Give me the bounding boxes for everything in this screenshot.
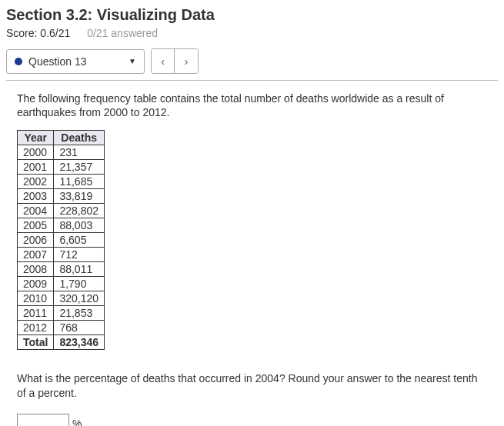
cell-deaths: 712 <box>54 248 105 262</box>
table-row: 201121,853 <box>18 306 105 321</box>
question-prompt: What is the percentage of deaths that oc… <box>17 371 487 399</box>
cell-deaths: 6,605 <box>54 233 105 248</box>
cell-deaths: 320,120 <box>54 291 105 306</box>
cell-year: 2000 <box>18 145 54 160</box>
status-dot-icon <box>15 58 22 65</box>
table-row: 200121,357 <box>18 160 105 175</box>
next-question-button[interactable]: › <box>175 49 198 73</box>
answered-label: 0/21 answered <box>87 27 158 39</box>
question-intro: The following frequency table contains t… <box>17 92 487 119</box>
nav-button-group: ‹ › <box>151 48 199 74</box>
caret-down-icon: ▼ <box>129 57 136 65</box>
table-row: 2007712 <box>18 248 105 262</box>
table-row: 2010320,120 <box>18 291 105 306</box>
cell-year: 2012 <box>18 321 54 335</box>
cell-deaths: 21,357 <box>54 160 105 175</box>
question-select[interactable]: Question 13 ▼ <box>6 49 145 74</box>
cell-deaths: 1,790 <box>54 277 105 291</box>
cell-deaths: 21,853 <box>54 306 105 321</box>
cell-deaths: 33,819 <box>54 189 105 204</box>
cell-deaths: 11,685 <box>54 175 105 189</box>
cell-year: 2006 <box>18 233 54 248</box>
question-nav: Question 13 ▼ ‹ › <box>6 48 498 74</box>
cell-deaths: 231 <box>54 145 105 160</box>
cell-year: 2009 <box>18 277 54 291</box>
score-row: Score: 0.6/21 0/21 answered <box>6 27 498 39</box>
table-row: 20091,790 <box>18 277 105 291</box>
prev-question-button[interactable]: ‹ <box>152 49 175 73</box>
cell-deaths: 228,802 <box>54 204 105 218</box>
table-row: 2000231 <box>18 145 105 160</box>
cell-year: 2003 <box>18 189 54 204</box>
table-row: 200333,819 <box>18 189 105 204</box>
col-header-deaths: Deaths <box>54 131 105 145</box>
page-title: Section 3.2: Visualizing Data <box>6 6 498 24</box>
cell-deaths: 88,011 <box>54 262 105 277</box>
chevron-right-icon: › <box>185 55 189 68</box>
cell-year: 2008 <box>18 262 54 277</box>
cell-total-label: Total <box>18 335 54 350</box>
answer-input[interactable] <box>17 414 69 426</box>
cell-year: 2011 <box>18 306 54 321</box>
col-header-year: Year <box>18 131 54 145</box>
cell-year: 2004 <box>18 204 54 218</box>
table-row: 2012768 <box>18 321 105 335</box>
chevron-left-icon: ‹ <box>161 55 165 68</box>
answer-unit: % <box>72 418 82 426</box>
cell-year: 2001 <box>18 160 54 175</box>
divider <box>6 80 498 81</box>
cell-year: 2002 <box>18 175 54 189</box>
cell-deaths: 768 <box>54 321 105 335</box>
table-total-row: Total823,346 <box>18 335 105 350</box>
question-select-label: Question 13 <box>28 55 87 68</box>
cell-year: 2010 <box>18 291 54 306</box>
score-label: Score: 0.6/21 <box>6 27 70 39</box>
question-content: The following frequency table contains t… <box>6 92 498 426</box>
cell-year: 2005 <box>18 218 54 233</box>
answer-row: % <box>17 414 487 426</box>
frequency-table: Year Deaths 2000231200121,357200211,6852… <box>17 130 105 350</box>
cell-total-value: 823,346 <box>54 335 105 350</box>
table-row: 200588,003 <box>18 218 105 233</box>
table-row: 20066,605 <box>18 233 105 248</box>
table-row: 2004228,802 <box>18 204 105 218</box>
table-row: 200211,685 <box>18 175 105 189</box>
cell-deaths: 88,003 <box>54 218 105 233</box>
cell-year: 2007 <box>18 248 54 262</box>
table-row: 200888,011 <box>18 262 105 277</box>
